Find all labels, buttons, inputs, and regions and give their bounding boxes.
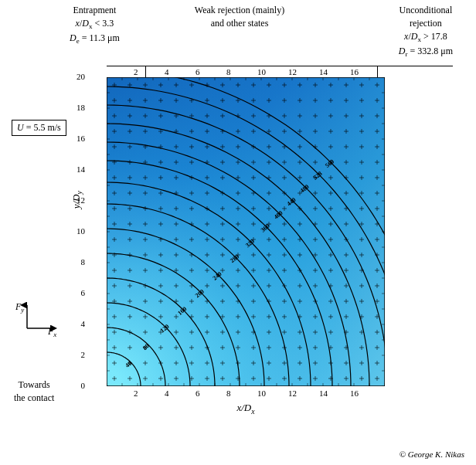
x-tick-label: 4	[165, 389, 169, 398]
towards-label: Towardsthe contact	[14, 378, 54, 405]
u-label: U = 5.5 m/s	[12, 120, 66, 136]
x-tick-label: 2	[134, 389, 138, 398]
x-tick-top-label: 6	[196, 67, 200, 76]
y-tick-label: 12	[76, 195, 85, 205]
main-container: Entrapment x/Dx < 3.3 De = 11.3 μm Weak …	[0, 0, 476, 465]
y-tick-label: 18	[76, 103, 85, 112]
y-tick-label: 10	[76, 226, 85, 236]
y-tick-label: 14	[76, 165, 85, 174]
x-tick-top-label: 2	[134, 67, 138, 76]
y-tick-label: 8	[81, 257, 86, 266]
top-divider-line	[107, 66, 453, 66]
x-tick-label: 12	[288, 389, 297, 398]
y-tick-label: 2	[81, 350, 86, 359]
x-tick-top-label: 16	[350, 67, 359, 76]
x-tick-label: 6	[196, 389, 200, 398]
x-tick-top-label: 12	[288, 67, 297, 76]
x-tick-top-label: 4	[165, 67, 169, 76]
y-tick-label: 20	[76, 72, 85, 81]
x-tick-top-label: 8	[226, 67, 231, 76]
x-tick-top-label: 14	[319, 67, 328, 76]
x-tick-label: 10	[257, 389, 266, 398]
x-tick-label: 16	[350, 389, 359, 398]
y-tick-label: 6	[81, 288, 86, 297]
weak-rejection-label: Weak rejection (mainly) and other states	[178, 4, 301, 30]
y-tick-label: 0	[81, 381, 86, 390]
x-tick-top-label: 10	[257, 67, 266, 76]
entrapment-label: Entrapment x/Dx < 3.3 De = 11.3 μm	[70, 4, 120, 46]
y-tick-label: 16	[76, 134, 85, 143]
x-axis-label: x/Dx	[107, 402, 385, 416]
copyright-label: © George K. Nikas	[400, 450, 464, 459]
y-tick-label: 4	[81, 319, 86, 328]
x-tick-label: 8	[226, 389, 231, 398]
force-diagram: Fy Fx	[15, 294, 62, 343]
x-tick-label: 14	[319, 389, 328, 398]
contour-svg	[107, 77, 385, 386]
plot-area	[107, 77, 385, 386]
unconditional-label: Unconditional rejection x/Dx > 17.8 Dr =…	[399, 4, 453, 59]
